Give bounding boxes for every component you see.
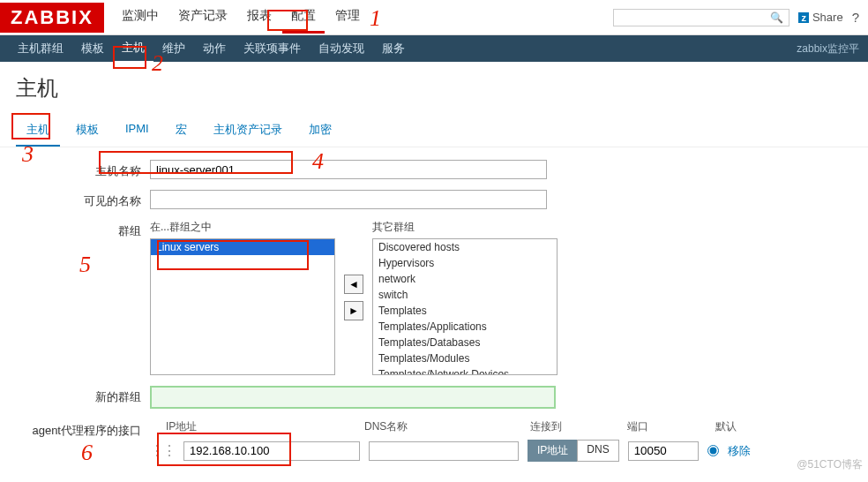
other-groups-listbox[interactable]: Discovered hosts Hypervisors network swi…	[372, 238, 557, 375]
visible-name-input[interactable]	[150, 190, 547, 209]
subnav-hostgroups[interactable]: 主机群组	[9, 35, 72, 62]
share-label: Share	[812, 11, 843, 24]
iface-header-connect: 连接到	[530, 419, 618, 434]
dns-input[interactable]	[369, 441, 519, 461]
topnav-administration[interactable]: 管理	[326, 1, 369, 34]
top-nav: 监测中 资产记录 报表 配置 管理	[113, 1, 369, 34]
tab-inventory[interactable]: 主机资产记录	[203, 115, 293, 147]
subnav-correlation[interactable]: 关联项事件	[235, 35, 310, 62]
hostname-input[interactable]	[150, 160, 547, 179]
subnav-actions[interactable]: 动作	[194, 35, 235, 62]
ip-input[interactable]	[183, 441, 360, 461]
new-group-input[interactable]	[150, 386, 556, 409]
tab-templates[interactable]: 模板	[65, 115, 109, 147]
subnav-hosts[interactable]: 主机	[113, 34, 153, 63]
in-groups-label: 在...群组之中	[150, 220, 335, 235]
tab-host[interactable]: 主机	[16, 115, 60, 147]
list-item[interactable]: Linux servers	[151, 239, 334, 255]
list-item[interactable]: Discovered hosts	[373, 239, 557, 255]
tab-macros[interactable]: 宏	[165, 115, 198, 147]
watermark-text: @51CTO博客	[797, 457, 863, 472]
move-right-button[interactable]: ►	[344, 301, 363, 320]
hostname-label: 主机名称	[0, 160, 150, 179]
brand-logo: ZABBIX	[0, 3, 104, 33]
remove-link[interactable]: 移除	[728, 443, 751, 459]
form-tabs: 主机 模板 IPMI 宏 主机资产记录 加密	[0, 115, 868, 147]
share-button[interactable]: z Share	[798, 11, 842, 24]
iface-header-ip: IP地址	[166, 419, 355, 434]
topnav-monitoring[interactable]: 监测中	[113, 1, 168, 34]
subnav-right-text: zabbix监控平	[797, 41, 859, 56]
port-input[interactable]	[628, 441, 699, 461]
list-item[interactable]: Templates/Modules	[373, 350, 557, 366]
tab-encryption[interactable]: 加密	[298, 115, 342, 147]
subnav-maintenance[interactable]: 维护	[153, 35, 194, 62]
iface-header-port: 端口	[627, 419, 707, 434]
iface-header-default: 默认	[715, 419, 768, 434]
help-button[interactable]: ?	[852, 10, 859, 25]
page-title: 主机	[0, 62, 868, 115]
topnav-configuration[interactable]: 配置	[282, 1, 325, 34]
iface-header-dns: DNS名称	[364, 419, 521, 434]
list-item[interactable]: network	[373, 271, 557, 287]
visible-name-label: 可见的名称	[0, 190, 150, 209]
subnav-services[interactable]: 服务	[373, 35, 414, 62]
tab-ipmi[interactable]: IPMI	[115, 115, 160, 147]
new-group-label: 新的群组	[0, 386, 150, 405]
agent-interface-label: agent代理程序的接口	[0, 419, 150, 439]
connect-to-toggle: IP地址 DNS	[528, 440, 619, 462]
share-icon: z	[798, 12, 809, 23]
list-item[interactable]: Templates	[373, 303, 557, 319]
list-item[interactable]: Templates/Applications	[373, 319, 557, 335]
search-icon: 🔍	[770, 11, 783, 24]
connect-ip-button[interactable]: IP地址	[528, 440, 577, 462]
search-input[interactable]: 🔍	[613, 9, 789, 26]
sub-nav: 主机群组 模板 主机 维护 动作 关联项事件 自动发现 服务 zabbix监控平	[0, 35, 868, 62]
topnav-inventory[interactable]: 资产记录	[169, 1, 236, 34]
list-item[interactable]: Templates/Databases	[373, 335, 557, 350]
other-groups-label: 其它群组	[372, 220, 557, 235]
list-item[interactable]: switch	[373, 287, 557, 303]
list-item[interactable]: Templates/Network Devices	[373, 366, 557, 375]
subnav-templates[interactable]: 模板	[72, 35, 113, 62]
drag-handle-icon[interactable]: ⋮⋮	[150, 442, 175, 459]
topnav-reports[interactable]: 报表	[238, 1, 281, 34]
connect-dns-button[interactable]: DNS	[577, 440, 618, 462]
subnav-discovery[interactable]: 自动发现	[310, 35, 373, 62]
move-left-button[interactable]: ◄	[344, 275, 363, 294]
default-radio[interactable]	[707, 445, 719, 456]
groups-label: 群组	[0, 220, 150, 239]
list-item[interactable]: Hypervisors	[373, 255, 557, 271]
in-groups-listbox[interactable]: Linux servers	[150, 238, 335, 375]
